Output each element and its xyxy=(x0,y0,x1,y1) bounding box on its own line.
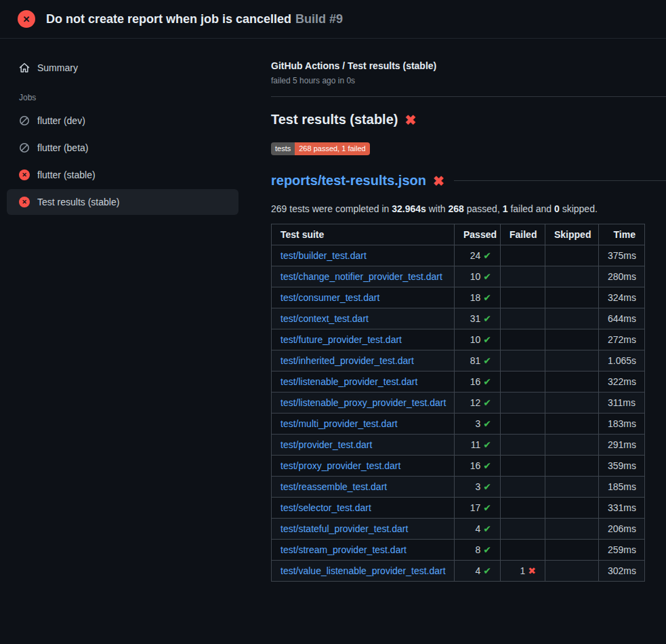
failed-cell xyxy=(501,414,545,435)
check-icon: ✔ xyxy=(483,523,491,534)
count: 10 xyxy=(470,271,481,282)
sidebar-item-job[interactable]: flutter (beta) xyxy=(7,135,238,161)
table-row: test/provider_test.dart11 ✔291ms xyxy=(272,435,645,456)
jobs-heading: Jobs xyxy=(19,93,238,102)
skipped-cell xyxy=(545,329,599,350)
skipped-cell xyxy=(545,308,599,329)
skipped-cell xyxy=(545,456,599,477)
count: 11 xyxy=(471,439,481,450)
test-suite-link[interactable]: test/proxy_provider_test.dart xyxy=(280,460,400,471)
table-row: test/builder_test.dart24 ✔375ms xyxy=(272,245,645,266)
table-row: test/proxy_provider_test.dart16 ✔359ms xyxy=(272,456,645,477)
check-icon: ✔ xyxy=(483,334,491,345)
summary-number: 1 xyxy=(503,203,508,214)
test-suite-link[interactable]: test/stream_provider_test.dart xyxy=(280,544,407,555)
skipped-cell xyxy=(545,498,599,519)
test-suite-link[interactable]: test/listenable_proxy_provider_test.dart xyxy=(280,397,446,408)
test-suite-link[interactable]: test/listenable_provider_test.dart xyxy=(280,376,417,387)
skipped-cell xyxy=(545,266,599,287)
x-circle-icon: ✕ xyxy=(19,197,30,207)
suite-cell: test/selector_test.dart xyxy=(272,498,455,519)
time-cell: 324ms xyxy=(599,287,645,308)
time-cell: 291ms xyxy=(599,435,645,456)
skipped-cell xyxy=(545,435,599,456)
sidebar-item-job[interactable]: flutter (dev) xyxy=(7,108,238,134)
count: 16 xyxy=(470,376,481,387)
circle-slash-icon xyxy=(19,115,30,126)
job-label: Test results (stable) xyxy=(37,197,119,207)
test-suite-link[interactable]: test/future_provider_test.dart xyxy=(280,334,402,345)
divider xyxy=(271,96,666,97)
time-cell: 375ms xyxy=(599,245,645,266)
page-title: Do not create report when job is cancell… xyxy=(46,12,343,26)
table-row: test/listenable_proxy_provider_test.dart… xyxy=(272,393,645,414)
test-suite-link[interactable]: test/selector_test.dart xyxy=(280,502,371,513)
check-icon: ✔ xyxy=(483,544,491,555)
passed-cell: 10 ✔ xyxy=(455,329,501,350)
test-suite-link[interactable]: test/value_listenable_provider_test.dart xyxy=(280,565,446,576)
failed-x-icon: ✖ xyxy=(404,113,416,127)
failed-cell xyxy=(501,498,545,519)
skipped-cell xyxy=(545,519,599,540)
passed-cell: 10 ✔ xyxy=(455,266,501,287)
test-suite-link[interactable]: test/change_notifier_provider_test.dart xyxy=(280,271,442,282)
table-row: test/stateful_provider_test.dart4 ✔206ms xyxy=(272,519,645,540)
column-header: Passed xyxy=(455,224,501,245)
check-icon: ✔ xyxy=(483,355,491,366)
count: 12 xyxy=(470,397,481,408)
passed-cell: 24 ✔ xyxy=(455,245,501,266)
failed-cell xyxy=(501,435,545,456)
test-suite-link[interactable]: test/builder_test.dart xyxy=(280,250,367,261)
failed-x-icon: ✖ xyxy=(433,174,444,188)
test-suite-link[interactable]: test/multi_provider_test.dart xyxy=(280,418,398,429)
passed-cell: 11 ✔ xyxy=(455,435,501,456)
summary-number: 0 xyxy=(554,203,560,214)
table-row: test/future_provider_test.dart10 ✔272ms xyxy=(272,329,645,350)
check-icon: ✔ xyxy=(483,313,491,324)
passed-cell: 18 ✔ xyxy=(455,287,501,308)
test-suite-link[interactable]: test/stateful_provider_test.dart xyxy=(280,523,408,534)
test-suite-link[interactable]: test/provider_test.dart xyxy=(280,439,372,450)
test-suite-link[interactable]: test/context_test.dart xyxy=(280,313,369,324)
sidebar-item-summary[interactable]: Summary xyxy=(7,55,238,81)
passed-cell: 3 ✔ xyxy=(455,414,501,435)
suite-cell: test/future_provider_test.dart xyxy=(272,329,455,350)
x-circle-icon: ✕ xyxy=(18,10,35,28)
sidebar-item-job[interactable]: ✕flutter (stable) xyxy=(7,162,238,188)
sidebar-item-job[interactable]: ✕Test results (stable) xyxy=(7,189,238,215)
table-row: test/change_notifier_provider_test.dart1… xyxy=(272,266,645,287)
passed-cell: 16 ✔ xyxy=(455,371,501,393)
report-link[interactable]: reports/test-results.json xyxy=(271,173,426,188)
check-title-label: Test results (stable) xyxy=(271,112,398,127)
x-icon: ✖ xyxy=(528,565,536,576)
time-cell: 259ms xyxy=(599,540,645,561)
test-suite-link[interactable]: test/inherited_provider_test.dart xyxy=(280,355,414,366)
passed-cell: 3 ✔ xyxy=(455,477,501,498)
report-heading: reports/test-results.json ✖ xyxy=(271,173,666,188)
failed-cell xyxy=(501,519,545,540)
failed-cell: 1 ✖ xyxy=(501,561,545,582)
failed-cell xyxy=(501,350,545,371)
summary-line: 269 tests were completed in 32.964s with… xyxy=(271,203,666,214)
check-run-page: ✕ Do not create report when job is cance… xyxy=(0,0,666,644)
count: 1 xyxy=(520,565,526,576)
summary-text: skipped. xyxy=(560,203,598,214)
time-cell: 311ms xyxy=(599,393,645,414)
time-cell: 272ms xyxy=(599,329,645,350)
count: 24 xyxy=(470,250,481,261)
time-cell: 280ms xyxy=(599,266,645,287)
header: ✕ Do not create report when job is cance… xyxy=(0,0,666,39)
test-suite-link[interactable]: test/consumer_test.dart xyxy=(280,292,379,303)
test-suite-link[interactable]: test/reassemble_test.dart xyxy=(280,481,387,492)
skipped-cell xyxy=(545,245,599,266)
suite-cell: test/reassemble_test.dart xyxy=(272,477,455,498)
table-row: test/inherited_provider_test.dart81 ✔1.0… xyxy=(272,350,645,371)
count: 17 xyxy=(470,502,481,513)
check-icon: ✔ xyxy=(483,397,491,408)
failed-cell xyxy=(501,308,545,329)
suite-cell: test/builder_test.dart xyxy=(272,245,455,266)
time-cell: 206ms xyxy=(599,519,645,540)
check-icon: ✔ xyxy=(483,376,491,387)
check-title: Test results (stable) ✖ xyxy=(271,112,666,127)
table-row: test/consumer_test.dart18 ✔324ms xyxy=(272,287,645,308)
